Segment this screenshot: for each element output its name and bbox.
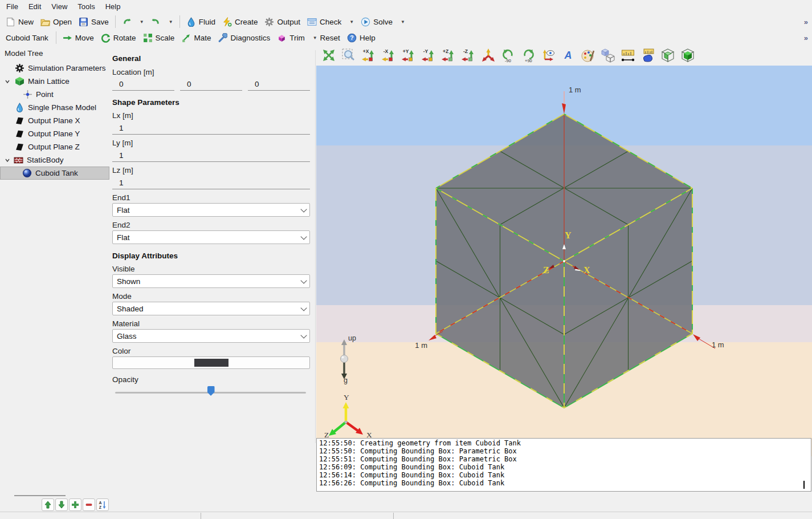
z-axis-label: Z	[543, 265, 549, 275]
view-minus-z-button[interactable]: -Z	[460, 47, 476, 63]
tree-item-simulation-parameters[interactable]: Simulation Parameters	[0, 62, 109, 75]
menu-item-edit[interactable]: Edit	[23, 0, 46, 14]
toggle-axes-visibility-button[interactable]	[540, 47, 556, 63]
view-minus-x-icon: -X	[381, 48, 396, 63]
svg-text:+Y: +Y	[402, 48, 409, 54]
end1-select[interactable]: Flat	[112, 203, 310, 217]
output-plane-icon	[15, 129, 25, 139]
visible-select[interactable]: Shown	[112, 274, 310, 288]
caret-down-icon: ▼	[401, 19, 405, 25]
material-select[interactable]: Glass	[112, 329, 310, 343]
redo-button[interactable]	[148, 15, 164, 29]
view-isometric-button[interactable]	[480, 47, 496, 63]
fit-view-button[interactable]	[321, 47, 336, 63]
menu-item-file[interactable]: File	[1, 0, 23, 14]
toolbar-overflow-chevron[interactable]: »	[804, 34, 807, 42]
show-solid-box-button[interactable]	[680, 47, 695, 63]
location-x-input[interactable]	[112, 78, 174, 91]
show-bounding-box-button[interactable]	[660, 47, 675, 63]
solve-button[interactable]: Solve	[357, 15, 396, 29]
show-solid-box-icon	[680, 48, 695, 63]
fluid-button[interactable]: Fluid	[183, 15, 219, 29]
move-down-button[interactable]	[55, 498, 68, 511]
sphere-icon	[22, 168, 32, 178]
tree-item-output-plane-y[interactable]: Output Plane Y	[0, 127, 109, 140]
mesh-size-display-button[interactable]	[640, 47, 655, 63]
mode-select[interactable]: Shaded	[112, 302, 310, 315]
toggle-transparency-button[interactable]	[600, 47, 615, 63]
mate-button[interactable]: Mate	[178, 31, 214, 45]
remove-item-button[interactable]	[83, 498, 95, 511]
add-item-button[interactable]	[69, 498, 81, 511]
toolbar-separator	[179, 15, 180, 28]
view-minus-x-button[interactable]: -X	[381, 47, 396, 63]
zoom-region-button[interactable]	[341, 47, 356, 63]
redo-dropdown[interactable]: ▼	[164, 15, 177, 29]
trim-cube-icon	[277, 33, 287, 43]
solve-dropdown[interactable]: ▼	[396, 15, 409, 29]
measure-distance-button[interactable]	[620, 47, 635, 63]
view-minus-y-button[interactable]: -Y	[421, 47, 436, 63]
color-label: Color	[112, 347, 130, 355]
toolbar-overflow-chevron[interactable]: »	[804, 18, 807, 26]
menu-item-tools[interactable]: Tools	[72, 0, 100, 14]
lx-input[interactable]	[112, 122, 310, 135]
rotate-minus-90-button[interactable]: -90	[500, 47, 516, 63]
ly-input[interactable]	[112, 149, 310, 162]
new-button[interactable]: New	[2, 15, 37, 29]
material-label: Material	[112, 319, 140, 328]
zoom-region-icon	[341, 48, 356, 63]
tree-item-output-plane-z[interactable]: Output Plane Z	[0, 140, 109, 153]
view-plus-z-button[interactable]: +Z	[440, 47, 456, 63]
create-button[interactable]: Create	[219, 15, 262, 29]
panel-splitter[interactable]	[14, 495, 66, 496]
tree-item-single-phase-model[interactable]: Single Phase Model	[0, 101, 109, 114]
move-up-button[interactable]	[42, 498, 54, 511]
tree-item-point[interactable]: Point	[0, 88, 109, 101]
triad-y-label: Y	[344, 393, 349, 402]
reset-button[interactable]: ▼ Reset	[308, 31, 344, 45]
chevron-expanded-icon[interactable]	[5, 79, 10, 84]
help-button[interactable]: ? Help	[344, 31, 379, 45]
check-button[interactable]: Check	[304, 15, 345, 29]
tree-item-output-plane-x[interactable]: Output Plane X	[0, 114, 109, 127]
log-line: 12:56:09: Computing Bounding Box: Cuboid…	[319, 464, 809, 472]
log-line: 12:55:51: Computing Bounding Box: Parame…	[319, 456, 809, 464]
save-button[interactable]: Save	[75, 15, 112, 29]
diagnostics-label: Diagnostics	[230, 34, 270, 42]
end2-select[interactable]: Flat	[112, 230, 310, 244]
view-plus-y-button[interactable]: +Y	[401, 47, 416, 63]
sort-alpha-button[interactable]: AZ	[96, 498, 109, 511]
trim-button[interactable]: Trim	[274, 31, 308, 45]
display-palette-button[interactable]	[580, 47, 595, 63]
tree-item-label: Cuboid Tank	[35, 169, 78, 177]
opacity-slider-handle[interactable]	[207, 386, 215, 396]
toggle-annotations-button[interactable]: A	[560, 47, 576, 63]
view-plus-x-button[interactable]: +X	[361, 47, 376, 63]
rotate-plus-90-button[interactable]: +90	[520, 47, 536, 63]
output-button[interactable]: Output	[261, 15, 304, 29]
check-dropdown[interactable]: ▼	[345, 15, 357, 29]
status-divider	[393, 513, 394, 519]
undo-button[interactable]	[119, 15, 135, 29]
menu-item-view[interactable]: View	[46, 0, 72, 14]
location-y-input[interactable]	[180, 78, 242, 91]
tree-item-label: Main Lattice	[28, 77, 70, 86]
scale-button[interactable]: Scale	[140, 31, 178, 45]
color-picker-button[interactable]	[112, 356, 310, 369]
undo-dropdown[interactable]: ▼	[135, 15, 148, 29]
move-button[interactable]: Move	[59, 31, 97, 45]
tree-item-staticbody[interactable]: StaticBody	[0, 153, 109, 167]
model-tree-title: Model Tree	[5, 49, 43, 58]
lz-input[interactable]	[112, 177, 310, 189]
rotate-button[interactable]: Rotate	[97, 31, 140, 45]
viewport-3d-canvas[interactable]: 1 m 1 m 1 m Y Z X	[316, 66, 812, 456]
diagnostics-button[interactable]: Diagnostics	[214, 31, 274, 45]
chevron-expanded-icon[interactable]	[5, 157, 10, 163]
menu-item-help[interactable]: Help	[100, 0, 126, 14]
location-z-input[interactable]	[248, 78, 310, 91]
tree-item-main-lattice[interactable]: Main Lattice	[0, 75, 109, 88]
open-button[interactable]: Open	[37, 15, 75, 29]
tree-item-cuboid-tank[interactable]: Cuboid Tank	[0, 167, 109, 180]
log-console[interactable]: 12:55:50: Creating geometry from item Cu…	[316, 438, 811, 492]
